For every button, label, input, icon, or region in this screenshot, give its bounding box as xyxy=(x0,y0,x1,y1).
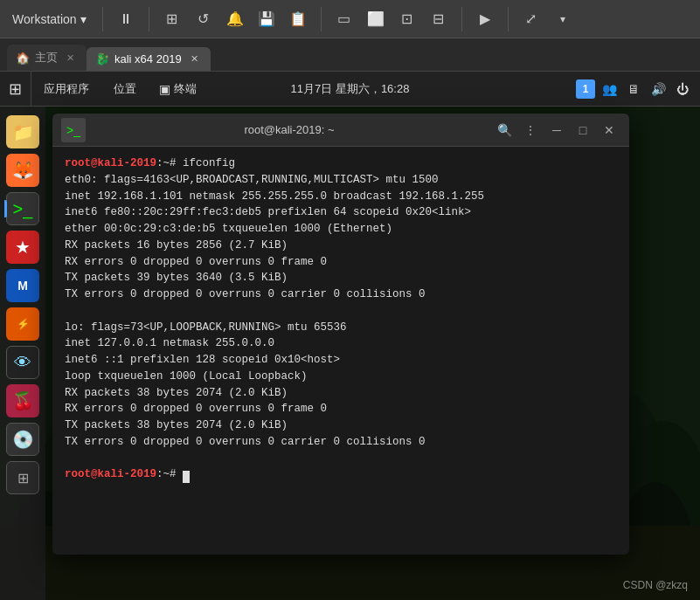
terminal-line-16: TX packets 38 bytes 2074 (2.0 KiB) xyxy=(65,417,617,434)
power-icon[interactable]: ⏻ xyxy=(672,79,693,100)
dock-eye-tool[interactable]: 👁 xyxy=(6,346,39,379)
browser-tabs-bar: 🏠 主页 ✕ 🐉 kali x64 2019 ✕ xyxy=(0,38,700,72)
vm-icon-10[interactable]: ▶ xyxy=(473,7,497,31)
terminal-blank-1 xyxy=(65,303,617,320)
dock-cherry[interactable]: 🍒 xyxy=(6,384,39,417)
terminal-minimize-btn[interactable]: ─ xyxy=(545,119,568,141)
dock-files[interactable]: 📁 xyxy=(6,115,39,148)
eye-icon: 👁 xyxy=(14,353,31,373)
terminal-taskbar-icon: ▣ xyxy=(159,82,170,96)
apps-menu[interactable]: 应用程序 xyxy=(31,72,101,106)
apps-grid-button[interactable]: ⊞ xyxy=(0,72,31,107)
terminal-body[interactable]: root@kali-2019:~# ifconfig eth0: flags=4… xyxy=(52,147,629,555)
terminal-line-9: TX errors 0 dropped 0 overruns 0 carrier… xyxy=(65,286,617,303)
terminal-line-7: RX errors 0 dropped 0 overruns 0 frame 0 xyxy=(65,254,617,271)
tab-home-close[interactable]: ✕ xyxy=(66,52,74,64)
terminal-close-btn[interactable]: ✕ xyxy=(598,119,620,141)
vm-icon-1[interactable]: ⊞ xyxy=(160,7,184,31)
vm-icon-4[interactable]: 💾 xyxy=(254,7,279,31)
toolbar-separator xyxy=(102,7,103,31)
watermark: CSDN @zkzq xyxy=(623,579,688,591)
disk-icon: 💿 xyxy=(12,429,34,450)
dock-red-tool[interactable]: ★ xyxy=(6,231,39,264)
volume-icon[interactable]: 🔊 xyxy=(648,79,669,100)
final-rest: :~# xyxy=(156,468,183,480)
dock-disk[interactable]: 💿 xyxy=(6,423,39,456)
toolbar-separator-4 xyxy=(461,7,462,31)
terminal-window-actions: 🔍 ⋮ ─ □ ✕ xyxy=(493,119,620,141)
vm-icon-6[interactable]: ▭ xyxy=(332,7,357,31)
dock-terminal[interactable]: >_ xyxy=(6,192,39,225)
tab-kali[interactable]: 🐉 kali x64 2019 ✕ xyxy=(87,47,211,71)
terminal-line-11: inet 127.0.0.1 netmask 255.0.0.0 xyxy=(65,335,617,352)
vm-icon-9[interactable]: ⊟ xyxy=(426,7,451,31)
tab-kali-icon: 🐉 xyxy=(95,52,109,66)
metasploit-icon: M xyxy=(17,279,28,293)
dock-metasploit[interactable]: M xyxy=(6,269,39,302)
active-indicator xyxy=(4,200,7,217)
terminal-titlebar: >_ root@kali-2019: ~ 🔍 ⋮ ─ □ ✕ xyxy=(52,114,629,147)
terminal-line-12: inet6 ::1 prefixlen 128 scopeid 0x10<hos… xyxy=(65,352,617,369)
prompt-1: root@kali-2019 xyxy=(65,157,156,169)
sidebar-dock: 📁 🦊 >_ ★ M ⚡ 👁 🍒 💿 ⊞ xyxy=(0,107,45,600)
terminal-search-btn[interactable]: 🔍 xyxy=(493,119,516,141)
vm-icon-11[interactable]: ⤢ xyxy=(519,7,544,31)
cursor xyxy=(183,471,190,483)
position-menu[interactable]: 位置 xyxy=(101,72,149,106)
terminal-taskbar-btn[interactable]: ▣ 终端 xyxy=(149,72,207,106)
vm-icon-5[interactable]: 📋 xyxy=(286,7,310,31)
pause-icon[interactable]: ⏸ xyxy=(114,7,138,31)
red-tool-icon: ★ xyxy=(15,237,31,258)
files-icon: 📁 xyxy=(12,121,34,142)
workspace-badge[interactable]: 1 xyxy=(576,79,595,99)
terminal-maximize-btn[interactable]: □ xyxy=(572,119,594,141)
tab-home-label: 主页 xyxy=(35,50,58,66)
cherry-icon: 🍒 xyxy=(12,390,34,411)
tab-home[interactable]: 🏠 主页 ✕ xyxy=(7,45,87,71)
display-icon: 🖥 xyxy=(623,79,644,100)
terminal-line-1: root@kali-2019:~# ifconfig xyxy=(65,155,617,172)
taskbar-right: 1 👥 🖥 🔊 ⏻ xyxy=(576,79,700,100)
workstation-menu[interactable]: Workstation ▾ xyxy=(7,9,92,30)
terminal-taskbar-label: 终端 xyxy=(174,81,197,97)
vm-icon-7[interactable]: ⬜ xyxy=(364,7,388,31)
final-prompt-text: root@kali-2019 xyxy=(65,468,156,480)
kali-desktop: ⊞ 应用程序 位置 ▣ 终端 11月7日 星期六，16:28 1 👥 🖥 🔊 ⏻… xyxy=(0,72,700,600)
terminal-line-14: RX packets 38 bytes 2074 (2.0 KiB) xyxy=(65,385,617,402)
toolbar-separator-2 xyxy=(149,7,149,31)
dock-burp[interactable]: ⚡ xyxy=(6,307,39,341)
tab-kali-close[interactable]: ✕ xyxy=(191,53,198,65)
terminal-line-8: TX packets 39 bytes 3640 (3.5 KiB) xyxy=(65,270,617,286)
terminal-line-15: RX errors 0 dropped 0 overruns 0 frame 0 xyxy=(65,401,617,417)
burp-icon: ⚡ xyxy=(17,318,30,330)
clock: 11月7日 星期六，16:28 xyxy=(291,81,410,97)
kali-taskbar: ⊞ 应用程序 位置 ▣ 终端 11月7日 星期六，16:28 1 👥 🖥 🔊 ⏻ xyxy=(0,72,700,107)
terminal-line-17: TX errors 0 dropped 0 overruns 0 carrier… xyxy=(65,434,617,451)
toolbar-separator-5 xyxy=(508,7,509,31)
terminal-menu-btn[interactable]: ⋮ xyxy=(519,119,542,141)
vm-icon-8[interactable]: ⊡ xyxy=(395,7,419,31)
cmd-1: :~# ifconfig xyxy=(156,157,235,169)
dock-grid[interactable]: ⊞ xyxy=(6,461,39,494)
terminal-final-prompt: root@kali-2019:~# xyxy=(65,466,617,483)
terminal-window-icon: >_ xyxy=(61,118,86,142)
firefox-icon: 🦊 xyxy=(12,160,34,181)
terminal-line-6: RX packets 16 bytes 2856 (2.7 KiB) xyxy=(65,238,617,254)
terminal-line-13: loop txqueuelen 1000 (Local Loopback) xyxy=(65,369,617,385)
terminal-blank-2 xyxy=(65,451,617,467)
terminal-line-2: eth0: flags=4163<UP,BROADCAST,RUNNING,MU… xyxy=(65,172,617,189)
vmware-toolbar: Workstation ▾ ⏸ ⊞ ↺ 🔔 💾 📋 ▭ ⬜ ⊡ ⊟ ▶ ⤢ ▾ xyxy=(0,0,700,38)
vm-icon-2[interactable]: ↺ xyxy=(191,7,216,31)
terminal-line-5: ether 00:0c:29:c3:de:b5 txqueuelen 1000 … xyxy=(65,221,617,238)
terminal-window: >_ root@kali-2019: ~ 🔍 ⋮ ─ □ ✕ root@kali… xyxy=(52,114,629,555)
vm-dropdown-icon[interactable]: ▾ xyxy=(551,7,575,31)
terminal-title: root@kali-2019: ~ xyxy=(86,123,493,136)
tab-kali-label: kali x64 2019 xyxy=(114,52,182,66)
vm-icon-3[interactable]: 🔔 xyxy=(223,7,247,31)
terminal-line-4: inet6 fe80::20c:29ff:fec3:deb5 prefixlen… xyxy=(65,204,617,221)
grid-icon: ⊞ xyxy=(17,470,29,486)
toolbar-separator-3 xyxy=(321,7,322,31)
terminal-line-3: inet 192.168.1.101 netmask 255.255.255.0… xyxy=(65,189,617,205)
tab-home-icon: 🏠 xyxy=(16,52,30,65)
dock-firefox[interactable]: 🦊 xyxy=(6,154,39,187)
